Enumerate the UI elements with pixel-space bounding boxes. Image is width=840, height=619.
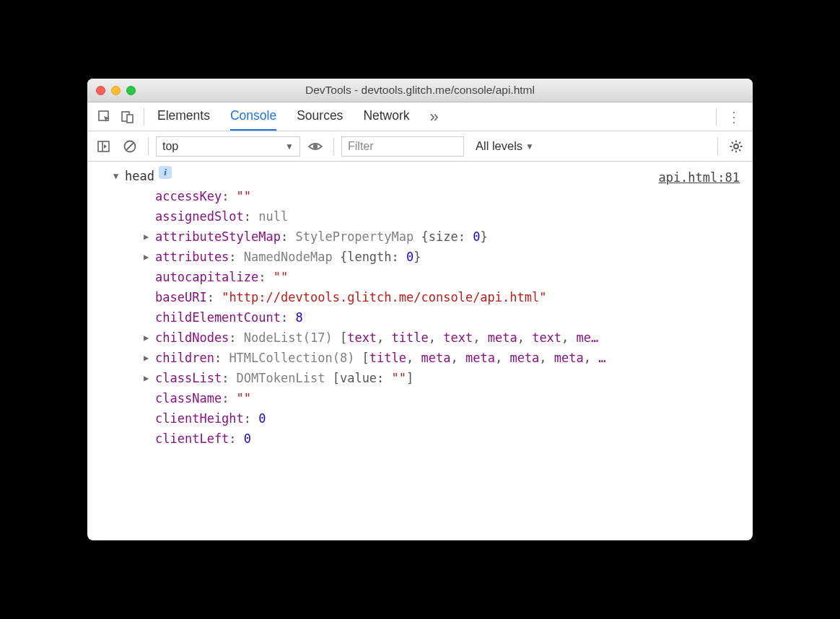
divider xyxy=(717,138,718,155)
tab-console[interactable]: Console xyxy=(230,102,276,131)
inspect-icon[interactable] xyxy=(93,105,116,128)
prop-row[interactable]: childNodes: NodeList(17) [text, title, t… xyxy=(87,328,753,348)
chevron-down-icon: ▼ xyxy=(285,141,294,152)
console-toolbar: top ▼ All levels ▼ xyxy=(87,131,753,162)
source-link[interactable]: api.html:81 xyxy=(658,167,740,188)
devtools-window: DevTools - devtools.glitch.me/console/ap… xyxy=(87,79,753,540)
levels-label: All levels xyxy=(476,139,522,153)
svg-rect-2 xyxy=(127,115,133,123)
prop-row[interactable]: clientHeight: 0 xyxy=(87,408,753,429)
console-output[interactable]: api.html:81 head i accessKey: "" assigne… xyxy=(87,162,753,540)
kebab-menu-icon[interactable]: ⋮ xyxy=(721,108,747,126)
object-root[interactable]: head i xyxy=(87,166,753,186)
svg-rect-3 xyxy=(98,141,109,152)
clear-console-icon[interactable] xyxy=(119,136,141,157)
prop-row[interactable]: classList: DOMTokenList [value: ""] xyxy=(87,368,753,388)
tabbar: Elements Console Sources Network » ⋮ xyxy=(87,102,753,131)
close-button[interactable] xyxy=(96,86,105,95)
panel-tabs: Elements Console Sources Network » xyxy=(157,102,712,131)
titlebar: DevTools - devtools.glitch.me/console/ap… xyxy=(87,79,753,102)
prop-row[interactable]: assignedSlot: null xyxy=(87,206,753,227)
divider xyxy=(144,108,144,126)
info-badge-icon[interactable]: i xyxy=(159,166,172,179)
prop-row[interactable]: attributeStyleMap: StylePropertyMap {siz… xyxy=(87,227,753,247)
context-label: top xyxy=(162,140,178,153)
svg-point-8 xyxy=(734,144,738,149)
disclosure-closed-icon[interactable] xyxy=(144,227,154,247)
context-selector[interactable]: top ▼ xyxy=(156,136,300,157)
disclosure-closed-icon[interactable] xyxy=(144,368,154,388)
prop-row[interactable]: accessKey: "" xyxy=(87,186,753,206)
toggle-sidebar-icon[interactable] xyxy=(93,136,115,157)
device-toggle-icon[interactable] xyxy=(116,105,139,128)
tab-sources[interactable]: Sources xyxy=(297,102,343,131)
filter-input[interactable] xyxy=(341,136,464,157)
root-label: head xyxy=(125,166,154,186)
overflow-tabs-icon[interactable]: » xyxy=(430,107,439,126)
divider xyxy=(148,138,149,155)
log-levels-selector[interactable]: All levels ▼ xyxy=(476,139,534,153)
svg-line-13 xyxy=(732,142,733,144)
minimize-button[interactable] xyxy=(111,86,121,95)
svg-line-6 xyxy=(126,143,134,150)
prop-row[interactable]: autocapitalize: "" xyxy=(87,267,753,287)
svg-rect-0 xyxy=(99,111,108,120)
svg-point-7 xyxy=(313,144,318,148)
disclosure-closed-icon[interactable] xyxy=(144,328,154,348)
prop-row[interactable]: className: "" xyxy=(87,388,753,408)
svg-line-16 xyxy=(739,142,740,144)
live-expression-icon[interactable] xyxy=(305,136,326,157)
zoom-button[interactable] xyxy=(126,86,136,95)
svg-line-15 xyxy=(732,149,733,151)
prop-row[interactable]: baseURI: "http://devtools.glitch.me/cons… xyxy=(87,287,753,307)
window-title: DevTools - devtools.glitch.me/console/ap… xyxy=(87,84,753,97)
prop-row[interactable]: clientLeft: 0 xyxy=(87,429,753,449)
prop-row[interactable]: children: HTMLCollection(8) [title, meta… xyxy=(87,348,753,368)
traffic-lights xyxy=(96,86,136,95)
settings-icon[interactable] xyxy=(725,136,747,157)
prop-row[interactable]: childElementCount: 8 xyxy=(87,307,753,328)
disclosure-closed-icon[interactable] xyxy=(144,247,154,267)
divider xyxy=(716,108,717,126)
disclosure-open-icon[interactable] xyxy=(113,166,123,186)
prop-row[interactable]: attributes: NamedNodeMap {length: 0} xyxy=(87,247,753,267)
disclosure-closed-icon[interactable] xyxy=(144,348,154,368)
svg-line-14 xyxy=(739,149,740,151)
chevron-down-icon: ▼ xyxy=(525,141,534,152)
tab-network[interactable]: Network xyxy=(363,102,409,131)
tab-elements[interactable]: Elements xyxy=(157,102,210,131)
divider xyxy=(333,138,334,155)
